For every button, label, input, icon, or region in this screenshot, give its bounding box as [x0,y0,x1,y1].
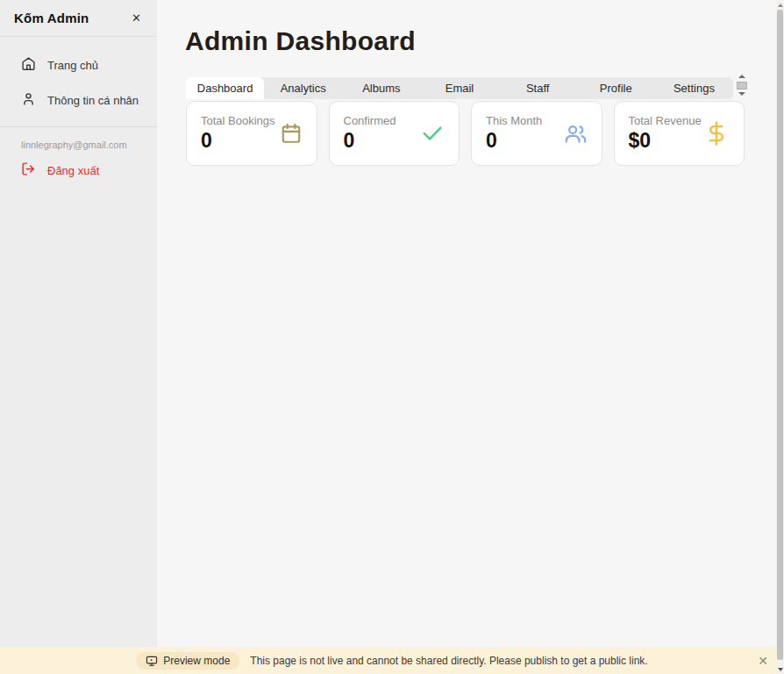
users-icon [564,122,588,146]
preview-mode-label: Preview mode [163,655,230,667]
sidebar: Kốm Admin ✕ Trang chủ Thông tin cá nhân [0,0,157,647]
preview-banner: Preview mode This page is not live and c… [0,647,784,674]
card-label: Total Bookings [201,114,275,127]
sidebar-item-profile[interactable]: Thông tin cá nhân [0,82,157,118]
sidebar-item-label: Trang chủ [47,59,98,72]
tab-settings[interactable]: Settings [655,77,733,99]
tab-scrollbar[interactable] [736,75,747,96]
scroll-down-icon[interactable] [738,92,745,96]
tab-label: Dashboard [197,82,253,95]
card-value: 0 [486,130,542,152]
sidebar-item-home[interactable]: Trang chủ [0,47,157,82]
page-scrollbar[interactable] [776,0,784,674]
tab-staff[interactable]: Staff [499,77,577,99]
stat-cards: Total Bookings 0 Confirmed 0 [186,101,745,166]
scroll-thumb[interactable] [737,82,747,90]
sidebar-header: Kốm Admin ✕ [0,0,157,37]
logout-icon [21,161,36,179]
card-value: 0 [201,130,275,152]
check-icon [420,121,445,146]
tab-label: Staff [526,82,550,95]
stat-card-confirmed: Confirmed 0 [329,101,460,166]
monitor-icon [146,655,158,667]
stat-card-total-revenue: Total Revenue $0 [614,101,745,166]
stat-card-total-bookings: Total Bookings 0 [186,101,317,166]
banner-message: This page is not live and cannot be shar… [250,655,647,667]
scrollbar-thumb[interactable] [777,10,783,660]
logout-button[interactable]: Đăng xuất [0,150,157,188]
user-icon [21,91,36,109]
close-icon: ✕ [132,12,141,24]
scrollbar-down-icon[interactable] [778,668,783,671]
page-title: Admin Dashboard [185,26,784,56]
tab-bar: Dashboard Analytics Albums Email Staff P… [186,77,733,99]
scrollbar-up-icon[interactable] [778,4,783,7]
logout-label: Đăng xuất [47,164,99,177]
tab-label: Profile [600,82,632,95]
tab-label: Albums [362,82,400,95]
sidebar-nav: Trang chủ Thông tin cá nhân [0,37,157,118]
card-label: Confirmed [344,114,396,127]
banner-close-button[interactable]: ✕ [758,655,768,667]
tab-albums[interactable]: Albums [342,77,420,99]
dollar-icon [703,120,730,147]
tab-email[interactable]: Email [420,77,498,99]
card-label: Total Revenue [629,114,702,127]
preview-mode-badge: Preview mode [136,652,239,670]
scroll-up-icon[interactable] [738,75,745,78]
main-content: Admin Dashboard Dashboard Analytics Albu… [157,0,784,647]
tab-profile[interactable]: Profile [577,77,655,99]
stat-card-this-month: This Month 0 [471,101,602,166]
sidebar-item-label: Thông tin cá nhân [47,94,139,107]
card-label: This Month [486,114,542,127]
card-value: $0 [629,130,702,152]
tab-label: Settings [674,82,715,95]
calendar-icon [280,122,303,145]
card-value: 0 [344,130,396,152]
home-icon [21,56,36,74]
tab-label: Analytics [281,82,326,95]
tab-dashboard[interactable]: Dashboard [186,77,264,99]
tab-analytics[interactable]: Analytics [264,77,342,99]
app-title: Kốm Admin [14,11,89,25]
user-email: linnlegraphy@gmail.com [0,127,157,150]
tab-label: Email [445,82,474,95]
sidebar-close-button[interactable]: ✕ [128,9,145,27]
close-icon: ✕ [758,654,768,668]
